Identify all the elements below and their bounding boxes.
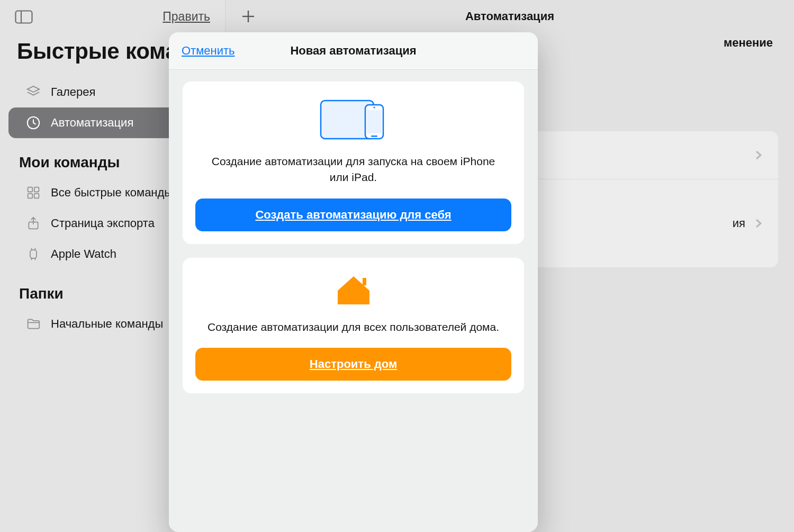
chevron-right-icon (754, 219, 763, 228)
home-description: Создание автоматизации для всех пользова… (202, 317, 504, 337)
sidebar-item-label: Галерея (51, 85, 95, 99)
create-personal-automation-button[interactable]: Создать автоматизацию для себя (195, 199, 511, 231)
cancel-button[interactable]: Отменить (182, 44, 235, 58)
svg-rect-5 (28, 194, 33, 199)
main-toolbar: Автоматизация (225, 0, 794, 33)
main-title: Автоматизация (256, 10, 763, 23)
sidebar-item-label: Apple Watch (51, 247, 116, 261)
sidebar-item-label: Все быстрые команды (51, 186, 173, 200)
modal-body: Создание автоматизации для запуска на св… (169, 70, 538, 405)
svg-rect-8 (30, 250, 37, 258)
edit-button[interactable]: Править (163, 10, 210, 24)
svg-rect-3 (28, 187, 33, 192)
clock-icon (25, 115, 41, 131)
sub-header-text: менение (724, 36, 773, 50)
share-icon (25, 215, 41, 231)
modal-title: Новая автоматизация (290, 44, 416, 58)
svg-rect-0 (16, 11, 32, 23)
svg-rect-17 (363, 278, 366, 285)
folder-icon (25, 316, 41, 332)
svg-point-15 (373, 107, 375, 109)
configure-home-button[interactable]: Настроить дом (195, 348, 511, 381)
svg-rect-14 (367, 110, 382, 133)
modal-header: Отменить Новая автоматизация (169, 32, 538, 70)
svg-rect-6 (34, 194, 39, 199)
watch-icon (25, 246, 41, 262)
svg-rect-4 (34, 187, 39, 192)
button-label: Настроить дом (310, 357, 397, 371)
sidebar-item-label: Страница экспорта (51, 217, 155, 230)
sidebar-item-label: Начальные команды (51, 317, 163, 331)
home-automation-card: Создание автоматизации для всех пользова… (183, 258, 524, 393)
home-icon (335, 273, 372, 306)
personal-automation-card: Создание автоматизации для запуска на св… (183, 82, 524, 244)
sidebar-toolbar: Править (0, 0, 225, 29)
add-button[interactable] (240, 8, 256, 24)
new-automation-modal: Отменить Новая автоматизация Создание ав… (169, 32, 538, 532)
layers-icon (25, 84, 41, 100)
sidebar-item-label: Автоматизация (51, 116, 133, 130)
sidebar-toggle-icon[interactable] (15, 10, 33, 24)
chevron-right-icon (754, 150, 763, 160)
list-item-label: ия (618, 217, 745, 230)
personal-description: Создание автоматизации для запуска на св… (195, 151, 511, 188)
button-label: Создать автоматизацию для себя (255, 208, 451, 221)
grid-icon (25, 185, 41, 201)
devices-icon (317, 96, 391, 141)
svg-rect-16 (371, 136, 377, 137)
